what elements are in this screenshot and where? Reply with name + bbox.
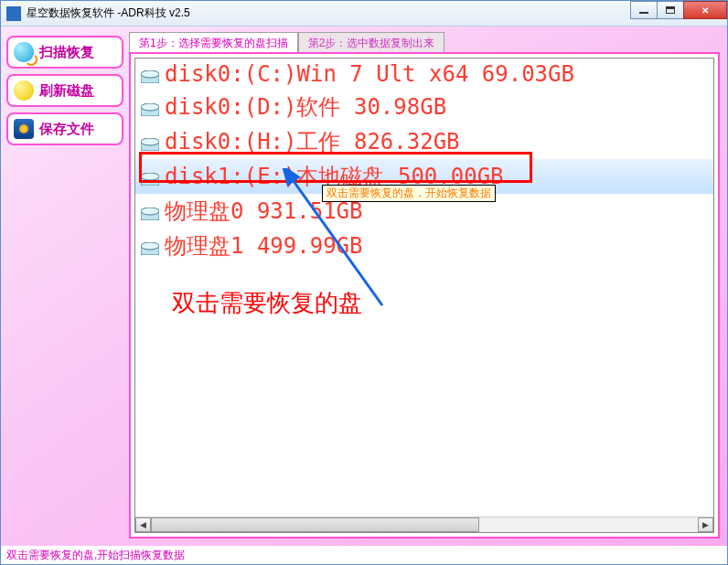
drive-icon (141, 138, 159, 151)
disk-row[interactable]: 物理盘1 499.99GB (135, 229, 713, 263)
tab-step2[interactable]: 第2步：选中数据复制出来 (298, 32, 445, 52)
client-area: 扫描恢复 刷新磁盘 保存文件 第1步：选择需要恢复的盘扫描 第2步：选中数据复制… (1, 27, 727, 546)
drive-icon (141, 70, 159, 83)
app-window: 星空数据恢复软件 -ADR科技 v2.5 扫描恢复 刷新磁盘 保存文件 第 (0, 0, 728, 565)
svg-point-3 (141, 103, 159, 111)
scroll-track[interactable] (151, 517, 698, 532)
status-text: 双击需要恢复的盘,开始扫描恢复数据 (6, 549, 185, 561)
disk-row[interactable]: disk0:(D:)软件 30.98GB (135, 90, 713, 124)
content-panel: disk0:(C:)Win 7 Ult x64 69.03GB disk0:(D… (129, 52, 720, 538)
titlebar[interactable]: 星空数据恢复软件 -ADR科技 v2.5 (1, 1, 727, 27)
disk-list: disk0:(C:)Win 7 Ult x64 69.03GB disk0:(D… (135, 59, 713, 517)
scroll-left-button[interactable]: ◀ (135, 517, 151, 532)
annotation-arrow (273, 168, 401, 314)
main-area: 第1步：选择需要恢复的盘扫描 第2步：选中数据复制出来 disk0:(C:)Wi… (129, 27, 727, 546)
svg-point-11 (141, 242, 159, 250)
window-title: 星空数据恢复软件 -ADR科技 v2.5 (27, 5, 190, 21)
drive-icon (141, 242, 159, 255)
minimize-button[interactable] (630, 1, 658, 19)
save-icon (14, 119, 34, 139)
disk-label: disk0:(C:)Win 7 Ult x64 69.03GB (165, 61, 574, 87)
refresh-label: 刷新磁盘 (39, 82, 94, 100)
refresh-disks-button[interactable]: 刷新磁盘 (6, 74, 123, 107)
refresh-icon (14, 80, 34, 101)
app-icon (6, 6, 21, 21)
scan-label: 扫描恢复 (39, 44, 94, 61)
drive-icon (141, 208, 159, 220)
horizontal-scrollbar[interactable]: ◀ ▶ (135, 517, 713, 532)
tab-step1[interactable]: 第1步：选择需要恢复的盘扫描 (129, 32, 298, 52)
disk-row[interactable]: disk0:(C:)Win 7 Ult x64 69.03GB (135, 59, 713, 90)
window-controls (631, 1, 727, 21)
svg-point-1 (141, 70, 159, 78)
svg-line-12 (291, 177, 382, 305)
sidebar: 扫描恢复 刷新磁盘 保存文件 (1, 27, 129, 546)
status-bar: 双击需要恢复的盘,开始扫描恢复数据 (1, 546, 727, 564)
disk-list-container: disk0:(C:)Win 7 Ult x64 69.03GB disk0:(D… (134, 58, 714, 533)
close-button[interactable] (683, 1, 727, 19)
scroll-right-button[interactable]: ▶ (698, 517, 713, 532)
disk-label: disk0:(D:)软件 30.98GB (165, 92, 446, 122)
drive-icon (141, 103, 159, 116)
save-file-button[interactable]: 保存文件 (6, 112, 123, 145)
tab-bar: 第1步：选择需要恢复的盘扫描 第2步：选中数据复制出来 (129, 32, 720, 52)
scroll-thumb[interactable] (151, 517, 479, 532)
scan-icon (14, 42, 34, 62)
maximize-button[interactable] (657, 1, 684, 19)
scan-recover-button[interactable]: 扫描恢复 (6, 36, 123, 69)
svg-point-9 (141, 208, 159, 215)
svg-point-5 (141, 138, 159, 145)
save-label: 保存文件 (39, 121, 94, 138)
